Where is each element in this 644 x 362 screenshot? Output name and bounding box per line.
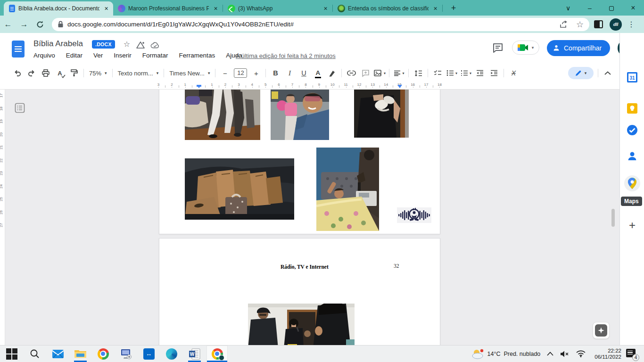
doc-image-paper-bags[interactable] — [185, 158, 294, 220]
clock[interactable]: 22:22 06/11/2022 — [594, 348, 621, 360]
contacts-icon[interactable] — [627, 150, 638, 162]
indent-marker-right[interactable] — [397, 85, 402, 88]
numbered-list-button[interactable]: ▾ — [460, 67, 472, 79]
underline-button[interactable]: U — [297, 67, 310, 79]
tab-close-icon[interactable]: × — [322, 5, 330, 13]
font-select[interactable]: Times New...▾ — [166, 70, 213, 77]
clear-formatting-button[interactable]: X — [507, 67, 520, 79]
document-page-1[interactable] — [159, 90, 440, 234]
italic-button[interactable]: I — [283, 67, 296, 79]
start-button[interactable] — [1, 346, 22, 362]
tray-chevron-icon[interactable] — [547, 352, 553, 356]
taskbar-chrome-button[interactable] — [92, 346, 114, 362]
browser-tab-maroon[interactable]: Maroon Professional Business Pa × — [113, 1, 223, 16]
undo-button[interactable] — [11, 67, 24, 79]
highlight-color-button[interactable] — [326, 67, 338, 79]
bulleted-list-button[interactable]: ▾ — [446, 67, 458, 79]
menu-ver[interactable]: Ver — [93, 52, 103, 59]
editing-mode-button[interactable]: ▾ — [568, 67, 594, 79]
cloud-status-icon[interactable] — [150, 41, 160, 50]
document-canvas[interactable]: 1718192021222324252627 — [0, 90, 619, 345]
taskbar-edge-button[interactable] — [161, 346, 182, 362]
window-minimize-button[interactable]: – — [579, 4, 601, 12]
add-comment-button[interactable] — [359, 67, 372, 79]
star-document-icon[interactable]: ☆ — [122, 40, 132, 49]
browser-tab-docs[interactable]: Bíblia Arabela.docx - Documento × — [4, 1, 113, 16]
menu-ferramentas[interactable]: Ferramentas — [179, 52, 215, 59]
keep-icon[interactable] — [627, 103, 638, 114]
window-maximize-button[interactable] — [601, 4, 622, 12]
comment-history-icon[interactable] — [492, 42, 504, 54]
volume-muted-icon[interactable] — [560, 350, 570, 358]
taskbar-remote-button[interactable] — [116, 346, 137, 362]
browser-profile-avatar[interactable]: dll — [610, 18, 622, 31]
forward-button[interactable]: → — [16, 20, 32, 29]
paint-format-button[interactable] — [68, 67, 80, 79]
explore-button[interactable] — [595, 324, 607, 337]
menu-editar[interactable]: Editar — [66, 52, 83, 59]
document-outline-button[interactable] — [15, 103, 25, 113]
text-color-button[interactable]: A — [312, 67, 324, 79]
taskbar-word-button[interactable]: W — [184, 346, 205, 362]
share-button[interactable]: Compartilhar — [547, 40, 610, 56]
align-button[interactable]: ▾ — [393, 67, 405, 79]
taskbar-search-button[interactable] — [24, 346, 45, 362]
insert-link-button[interactable] — [345, 67, 357, 79]
tab-close-icon[interactable]: × — [102, 5, 110, 13]
font-size-input[interactable]: 12 — [234, 68, 247, 78]
bold-button[interactable]: B — [269, 67, 281, 79]
notification-center-button[interactable]: 4 — [626, 348, 638, 360]
line-spacing-button[interactable] — [412, 67, 424, 79]
share-icon[interactable] — [559, 20, 569, 29]
hide-menus-button[interactable] — [602, 67, 614, 79]
vertical-ruler[interactable]: 1718192021222324252627 — [0, 90, 5, 345]
redo-button[interactable] — [25, 67, 38, 79]
wifi-icon[interactable] — [576, 350, 586, 357]
document-title[interactable]: Bíblia Arabela — [33, 39, 83, 49]
checklist-button[interactable] — [431, 67, 444, 79]
tasks-icon[interactable] — [627, 124, 638, 136]
horizontal-ruler[interactable]: 321123456789101112131415161718 — [0, 81, 619, 90]
menu-arquivo[interactable]: Arquivo — [33, 52, 55, 59]
tab-close-icon[interactable]: × — [431, 5, 439, 13]
last-edit-link[interactable]: A última edição foi feita há 2 minutos — [236, 52, 336, 59]
window-close-button[interactable]: × — [622, 4, 644, 12]
decrease-indent-button[interactable] — [474, 67, 486, 79]
taskbar-explorer-button[interactable] — [70, 346, 91, 362]
taskbar-teamviewer-button[interactable]: ↔ — [138, 346, 159, 362]
side-panel-icon[interactable] — [594, 20, 603, 28]
doc-image-bedside[interactable] — [316, 148, 379, 231]
weather-icon[interactable] — [471, 348, 484, 360]
weather-condition[interactable]: Pred. nublado — [504, 351, 540, 357]
document-scrollbar[interactable] — [611, 209, 615, 227]
tab-close-icon[interactable]: × — [212, 5, 220, 13]
address-bar[interactable]: docs.google.com/document/d/1rEg01IgYaWJc… — [52, 18, 589, 31]
get-addons-button[interactable]: + — [620, 219, 644, 232]
weather-temp[interactable]: 14°C — [487, 351, 501, 357]
doc-image-people-room[interactable] — [185, 90, 260, 140]
browser-menu-icon[interactable]: ⋮ — [627, 20, 635, 29]
zoom-select[interactable]: 75%▾ — [86, 70, 110, 77]
spellcheck-button[interactable]: A — [54, 67, 66, 79]
decrease-font-button[interactable]: − — [219, 67, 231, 79]
menu-inserir[interactable]: Inserir — [114, 52, 132, 59]
paragraph-style-select[interactable]: Texto norm...▾ — [115, 70, 162, 77]
browser-tab-simbolos[interactable]: Entenda os símbolos de classifica × — [333, 1, 442, 16]
new-tab-button[interactable]: + — [447, 3, 460, 13]
doc-image-gloves[interactable] — [354, 90, 409, 138]
calendar-icon[interactable]: 31 — [627, 72, 638, 83]
google-docs-logo[interactable] — [12, 41, 25, 58]
move-folder-icon[interactable] — [136, 41, 145, 50]
meet-call-button[interactable]: ▾ — [512, 41, 539, 55]
browser-tab-whatsapp[interactable]: (3) WhatsApp × — [223, 1, 332, 16]
increase-indent-button[interactable] — [488, 67, 500, 79]
doc-image-selfie[interactable] — [271, 90, 329, 140]
tab-search-icon[interactable]: ∨ — [557, 4, 579, 12]
bookmark-star-icon[interactable]: ☆ — [575, 20, 585, 29]
menu-formatar[interactable]: Formatar — [142, 52, 168, 59]
document-page-2[interactable]: Rádio, TV e Internet 32 — [159, 238, 440, 345]
reload-button[interactable] — [36, 20, 44, 29]
increase-font-button[interactable]: + — [250, 67, 262, 79]
doc-image-group-room[interactable] — [248, 304, 355, 345]
doc-image-radio-logo[interactable] — [397, 207, 431, 223]
